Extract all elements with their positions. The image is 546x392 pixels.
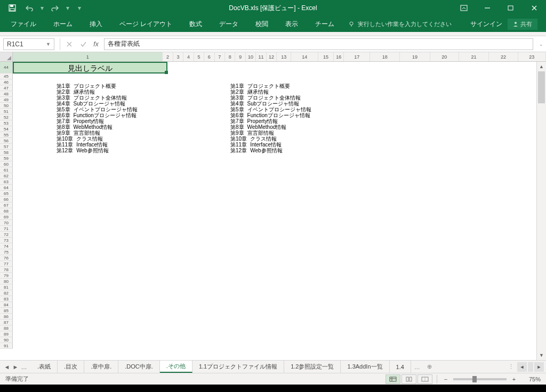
- row-header[interactable]: 68: [0, 208, 13, 214]
- sheet-tab[interactable]: 1.3AddIn一覧: [341, 361, 389, 373]
- row-header[interactable]: 50: [0, 103, 13, 109]
- tab-scroll-more[interactable]: …: [20, 364, 28, 370]
- tell-me-search[interactable]: 実行したい作業を入力してください: [348, 20, 452, 28]
- row-header[interactable]: 82: [0, 290, 13, 296]
- row-header[interactable]: 49: [0, 97, 13, 103]
- enter-formula-button[interactable]: [76, 38, 90, 50]
- cell-area[interactable]: 見出しラベル 第1章プロジェクト概要第2章継承情報第3章プロジェクト全体情報第4…: [13, 62, 546, 360]
- column-header[interactable]: 4: [183, 52, 194, 61]
- row-header[interactable]: 87: [0, 320, 13, 325]
- select-all-button[interactable]: [0, 52, 13, 62]
- row-header[interactable]: 51: [0, 109, 13, 115]
- zoom-slider[interactable]: [453, 378, 507, 380]
- column-header[interactable]: 5: [194, 52, 204, 61]
- column-header[interactable]: 10: [246, 52, 256, 61]
- view-pagelayout-button[interactable]: [402, 374, 416, 384]
- row-header[interactable]: 62: [0, 173, 13, 179]
- column-header[interactable]: 8: [225, 52, 235, 61]
- row-header[interactable]: 56: [0, 138, 13, 144]
- row-header[interactable]: 85: [0, 308, 13, 314]
- zoom-value[interactable]: 75%: [519, 376, 541, 382]
- column-header[interactable]: 2: [163, 52, 173, 61]
- column-header[interactable]: 16: [334, 52, 344, 61]
- row-header[interactable]: 84: [0, 302, 13, 308]
- sheet-tab[interactable]: .DOC中扉.: [118, 361, 160, 373]
- view-pagebreak-button[interactable]: [417, 374, 432, 384]
- column-header[interactable]: 11: [256, 52, 266, 61]
- row-header[interactable]: 46: [0, 79, 13, 85]
- view-normal-button[interactable]: [386, 374, 400, 384]
- row-header[interactable]: 90: [0, 337, 13, 343]
- row-header[interactable]: 81: [0, 284, 13, 290]
- row-header[interactable]: 76: [0, 255, 13, 261]
- zoom-out-button[interactable]: −: [441, 376, 450, 382]
- row-header[interactable]: 47: [0, 85, 13, 91]
- column-header[interactable]: 13: [277, 52, 291, 61]
- tab-file[interactable]: ファイル: [3, 16, 44, 32]
- row-header[interactable]: 91: [0, 343, 13, 349]
- horizontal-scrollbar[interactable]: ⋮ ◄ ►: [506, 362, 546, 372]
- column-header[interactable]: 22: [489, 52, 518, 61]
- save-button[interactable]: [4, 1, 20, 15]
- row-header[interactable]: 59: [0, 156, 13, 161]
- share-button[interactable]: 共有: [508, 19, 537, 30]
- tab-more-icon[interactable]: …: [411, 364, 423, 370]
- tab-insert[interactable]: 挿入: [82, 16, 110, 32]
- column-header[interactable]: 20: [430, 52, 459, 61]
- row-header[interactable]: 88: [0, 325, 13, 331]
- vertical-scrollbar[interactable]: ▲ ▼: [536, 62, 546, 360]
- row-header[interactable]: 44: [0, 62, 13, 74]
- sheet-tab[interactable]: .表紙: [31, 361, 58, 373]
- fill-handle[interactable]: [165, 71, 168, 74]
- formula-input[interactable]: 各種背表紙: [104, 38, 533, 50]
- column-header[interactable]: 17: [344, 52, 370, 61]
- row-header[interactable]: 52: [0, 115, 13, 120]
- chevron-down-icon[interactable]: ▾: [38, 4, 46, 12]
- selected-cell[interactable]: 見出しラベル: [13, 62, 167, 74]
- scroll-thumb[interactable]: [538, 71, 545, 103]
- row-header[interactable]: 70: [0, 220, 13, 226]
- row-header[interactable]: 65: [0, 191, 13, 197]
- zoom-in-button[interactable]: +: [510, 376, 518, 382]
- row-header[interactable]: 48: [0, 91, 13, 97]
- new-sheet-button[interactable]: ⊕: [423, 363, 436, 370]
- insert-function-button[interactable]: fx: [90, 40, 102, 48]
- column-header[interactable]: 15: [318, 52, 334, 61]
- row-header[interactable]: 75: [0, 249, 13, 255]
- hscroll-thumb[interactable]: [528, 362, 533, 372]
- sheet-tab[interactable]: 1.1プロジェクトファイル情報: [192, 361, 284, 373]
- cancel-formula-button[interactable]: [62, 38, 76, 50]
- row-header[interactable]: 77: [0, 261, 13, 267]
- sheet-tab[interactable]: .章中扉.: [84, 361, 118, 373]
- row-header[interactable]: 53: [0, 120, 13, 126]
- expand-formula-bar-button[interactable]: ⌄: [536, 42, 546, 47]
- column-header[interactable]: 23: [518, 52, 546, 61]
- row-header[interactable]: 58: [0, 150, 13, 156]
- row-header[interactable]: 66: [0, 197, 13, 202]
- row-header[interactable]: 72: [0, 232, 13, 238]
- tab-pagelayout[interactable]: ページ レイアウト: [112, 16, 180, 32]
- tab-scroll-prev[interactable]: ►: [12, 364, 19, 370]
- qat-customize-icon[interactable]: ▾: [76, 4, 83, 12]
- column-header[interactable]: 1: [13, 52, 163, 61]
- row-header[interactable]: 61: [0, 167, 13, 173]
- tab-team[interactable]: チーム: [308, 16, 342, 32]
- column-header[interactable]: 21: [459, 52, 489, 61]
- tab-home[interactable]: ホーム: [46, 16, 80, 32]
- column-header[interactable]: 14: [291, 52, 318, 61]
- row-header[interactable]: 73: [0, 238, 13, 243]
- row-header[interactable]: 63: [0, 179, 13, 185]
- tab-scroll-first[interactable]: ◄: [3, 364, 11, 370]
- row-header[interactable]: 60: [0, 161, 13, 167]
- column-header[interactable]: 19: [400, 52, 430, 61]
- minimize-button[interactable]: [476, 0, 499, 16]
- ribbon-display-button[interactable]: [452, 0, 476, 16]
- name-box[interactable]: R1C1 ▼: [3, 38, 54, 50]
- sheet-tab[interactable]: .目次: [58, 361, 84, 373]
- row-header[interactable]: 78: [0, 267, 13, 273]
- row-header[interactable]: 55: [0, 132, 13, 138]
- column-header[interactable]: 6: [204, 52, 214, 61]
- tab-view[interactable]: 表示: [278, 16, 306, 32]
- row-header[interactable]: 69: [0, 214, 13, 220]
- column-header[interactable]: 3: [173, 52, 183, 61]
